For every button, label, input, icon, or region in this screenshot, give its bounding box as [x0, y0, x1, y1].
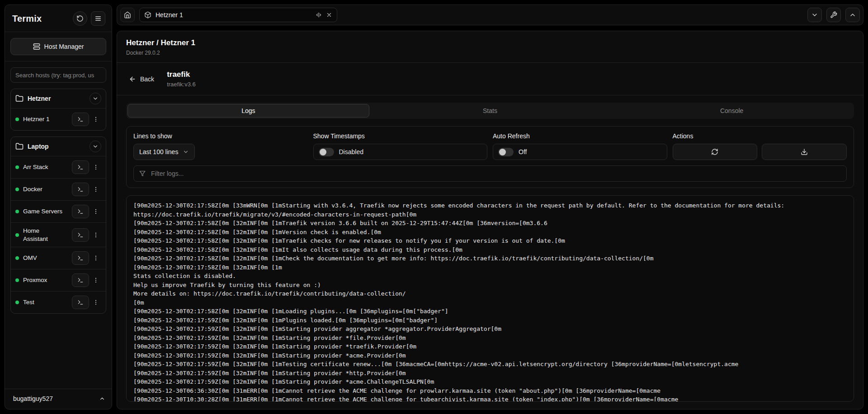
group-header[interactable]: Hetzner — [11, 89, 106, 108]
host-name: Proxmox — [23, 276, 65, 284]
log-line: [90m2025-12-30T02:17:58Z[0m [32mINF[0m [… — [133, 263, 847, 272]
split-view-button[interactable] — [316, 12, 322, 18]
group-collapse-button[interactable] — [90, 93, 101, 104]
open-terminal-button[interactable] — [72, 160, 89, 174]
container-image: traefik:v3.6 — [167, 81, 196, 88]
host-row-actions — [72, 183, 101, 196]
host-row[interactable]: Game Servers — [11, 200, 106, 222]
open-terminal-button[interactable] — [72, 205, 89, 218]
divider — [117, 95, 863, 95]
host-name: Hetzner 1 — [23, 115, 65, 123]
auto-refresh-label: Auto Refresh — [493, 132, 667, 140]
sidebar-header-actions — [73, 11, 105, 26]
host-name: Arr Stack — [23, 163, 65, 171]
open-terminal-button[interactable] — [72, 296, 89, 309]
host-name: Test — [23, 298, 65, 306]
chevron-down-icon — [92, 95, 99, 102]
tab-console[interactable]: Console — [611, 104, 853, 118]
close-tab-button[interactable] — [326, 12, 332, 18]
host-row-actions — [72, 228, 101, 242]
divider — [117, 62, 863, 63]
filter-logs-input[interactable] — [150, 169, 841, 178]
terminal-icon — [77, 299, 84, 306]
lines-to-show-select[interactable]: Last 100 lines — [133, 144, 195, 160]
host-group-laptop: Laptop Arr Stack — [10, 136, 106, 314]
back-button[interactable]: Back — [129, 75, 154, 83]
group-header[interactable]: Laptop — [11, 137, 106, 156]
host-menu-button[interactable] — [90, 160, 101, 174]
tools-button[interactable] — [826, 8, 841, 22]
status-dot — [15, 118, 19, 121]
log-output[interactable]: [90m2025-12-30T02:17:58Z[0m [33mWRN[0m [… — [126, 195, 854, 402]
host-row[interactable]: Home Assistant — [11, 222, 106, 247]
tab-stats[interactable]: Stats — [369, 104, 611, 118]
app-root: Termix Host Manager Hetzner — [0, 0, 868, 414]
host-name: Docker — [23, 185, 65, 193]
host-menu-button[interactable] — [90, 273, 101, 287]
open-terminal-button[interactable] — [72, 183, 89, 196]
refresh-icon — [711, 148, 718, 155]
panel-collapse-button[interactable] — [807, 8, 822, 22]
refresh-hosts-button[interactable] — [73, 11, 87, 26]
user-menu-button[interactable] — [98, 395, 106, 403]
container-tabs: Logs Stats Console — [126, 103, 854, 119]
host-row[interactable]: Hetzner 1 — [11, 108, 106, 130]
panel-expand-button[interactable] — [845, 8, 860, 22]
more-vertical-icon — [93, 299, 99, 306]
funnel-icon — [139, 170, 146, 177]
log-line: [90m2025-12-30T02:17:59Z[0m [32mINF[0m [… — [133, 369, 847, 378]
show-timestamps-toggle[interactable] — [319, 148, 334, 156]
log-controls: Lines to show Last 100 lines Show Timest… — [126, 126, 854, 188]
host-row[interactable]: Docker — [11, 178, 106, 200]
host-menu-button[interactable] — [90, 228, 101, 242]
more-vertical-icon — [93, 116, 99, 122]
refresh-logs-button[interactable] — [673, 144, 758, 160]
host-row[interactable]: Proxmox — [11, 269, 106, 291]
host-menu-button[interactable] — [90, 251, 101, 265]
host-row-actions — [72, 296, 101, 309]
tab-label: Hetzner 1 — [156, 11, 311, 19]
host-menu-button[interactable] — [90, 113, 101, 126]
group-name: Laptop — [28, 143, 85, 150]
open-terminal-button[interactable] — [72, 113, 89, 126]
log-line: [90m2025-12-30T06:36:30Z[0m [31mERR[0m [… — [133, 386, 847, 395]
host-row[interactable]: OMV — [11, 247, 106, 269]
host-row-actions — [72, 160, 101, 174]
download-logs-button[interactable] — [762, 144, 847, 160]
show-timestamps-control: Show Timestamps Disabled — [313, 132, 488, 160]
home-button[interactable] — [120, 8, 135, 22]
host-menu-button[interactable] — [90, 205, 101, 218]
main-area: Hetzner 1 Hetzner / Hetzne — [117, 5, 863, 409]
chevron-down-icon — [183, 149, 189, 155]
open-terminal-button[interactable] — [72, 228, 89, 242]
log-line: [90m2025-12-30T02:17:59Z[0m [32mINF[0m [… — [133, 342, 847, 351]
open-terminal-button[interactable] — [72, 251, 89, 265]
tab-logs[interactable]: Logs — [127, 104, 369, 118]
host-name: Game Servers — [23, 207, 65, 216]
show-timestamps-label: Show Timestamps — [313, 132, 488, 140]
sidebar-menu-button[interactable] — [91, 11, 105, 26]
auto-refresh-toggle[interactable] — [498, 148, 514, 156]
host-search-input[interactable] — [10, 67, 106, 83]
split-view-icon — [316, 12, 322, 18]
host-manager-button[interactable]: Host Manager — [10, 38, 106, 55]
app-title: Termix — [12, 14, 42, 24]
back-label: Back — [140, 75, 154, 83]
host-row[interactable]: Arr Stack — [11, 156, 106, 178]
log-controls-grid: Lines to show Last 100 lines Show Timest… — [133, 132, 847, 160]
home-icon — [124, 11, 131, 19]
host-row[interactable]: Test — [11, 291, 106, 313]
container-icon — [144, 11, 151, 19]
group-collapse-button[interactable] — [90, 141, 101, 152]
status-dot — [15, 301, 19, 304]
host-menu-button[interactable] — [90, 296, 101, 309]
more-vertical-icon — [93, 186, 99, 193]
tab-hetzner-1[interactable]: Hetzner 1 — [139, 8, 337, 22]
sidebar-divider — [5, 61, 112, 61]
lines-to-show-label: Lines to show — [133, 132, 308, 140]
open-terminal-button[interactable] — [72, 273, 89, 287]
host-group-hetzner: Hetzner Hetzner 1 — [10, 89, 106, 131]
host-menu-button[interactable] — [90, 183, 101, 196]
download-icon — [801, 148, 808, 155]
auto-refresh-value: Off — [519, 148, 527, 155]
